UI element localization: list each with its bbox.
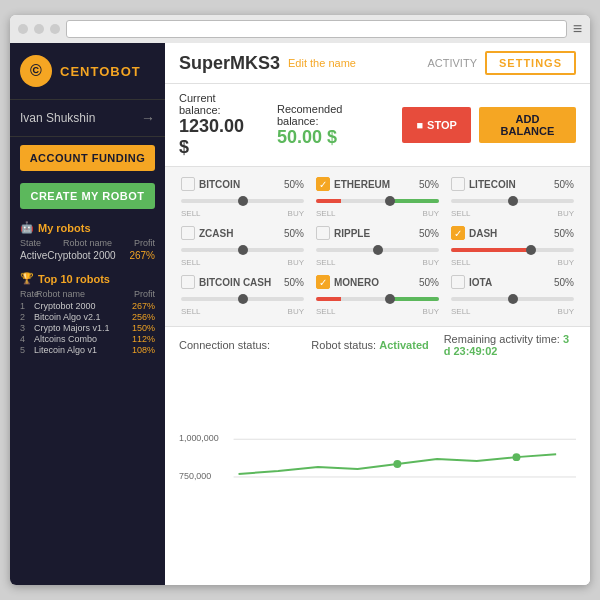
ethereum-pct: 50% bbox=[419, 179, 439, 190]
browser-bar: ≡ bbox=[10, 15, 590, 43]
iota-pct: 50% bbox=[554, 277, 574, 288]
zcash-checkbox[interactable] bbox=[181, 226, 195, 240]
add-balance-button[interactable]: ADD BALANCE bbox=[479, 107, 576, 143]
litecoin-pct: 50% bbox=[554, 179, 574, 190]
top10-header: Rate Robot name Profit bbox=[20, 289, 155, 299]
dash-slider[interactable] bbox=[451, 244, 574, 256]
ethereum-slider[interactable] bbox=[316, 195, 439, 207]
my-robots-row: Active Cryptobot 2000 267% bbox=[20, 250, 155, 261]
main-content: SuperMKS3 Edit the name ACTIVITY SETTING… bbox=[165, 43, 590, 585]
top10-row: 5Litecoin Algo v1108% bbox=[20, 345, 155, 355]
ripple-slider[interactable] bbox=[316, 244, 439, 256]
crypto-cell-zcash: ZCASH 50% SELLBUY bbox=[175, 222, 310, 271]
crypto-header-bitcoin-cash: BITCOIN CASH 50% bbox=[181, 275, 304, 289]
zcash-name: ZCASH bbox=[199, 228, 280, 239]
crypto-header-litecoin: LITECOIN 50% bbox=[451, 177, 574, 191]
chart-label-750000: 750,000 bbox=[179, 471, 211, 481]
top10-row: 2Bitcoin Algo v2.1256% bbox=[20, 312, 155, 322]
litecoin-name: LITECOIN bbox=[469, 179, 550, 190]
my-robots-header: State Robot name Profit bbox=[20, 238, 155, 248]
iota-name: IOTA bbox=[469, 277, 550, 288]
logout-icon[interactable]: → bbox=[141, 110, 155, 126]
ethereum-name: ETHEREUM bbox=[334, 179, 415, 190]
svg-point-3 bbox=[512, 453, 520, 461]
crypto-cell-dash: ✓ DASH 50% SELLBUY bbox=[445, 222, 580, 271]
top10-row: 3Crypto Majors v1.1150% bbox=[20, 323, 155, 333]
ethereum-checkbox[interactable]: ✓ bbox=[316, 177, 330, 191]
browser-dot-3 bbox=[50, 24, 60, 34]
dash-checkbox[interactable]: ✓ bbox=[451, 226, 465, 240]
top10-row: 4Altcoins Combo112% bbox=[20, 334, 155, 344]
zcash-pct: 50% bbox=[284, 228, 304, 239]
top10-table: Rate Robot name Profit 1Cryptobot 200026… bbox=[10, 287, 165, 358]
logo-text: CENTOBOT bbox=[60, 64, 141, 79]
monero-pct: 50% bbox=[419, 277, 439, 288]
crypto-cell-ripple: RIPPLE 50% SELLBUY bbox=[310, 222, 445, 271]
ripple-name: RIPPLE bbox=[334, 228, 415, 239]
browser-dot-2 bbox=[34, 24, 44, 34]
recommended-balance-block: Recomended balance: 50.00 $ bbox=[277, 103, 383, 148]
iota-slider[interactable] bbox=[451, 293, 574, 305]
monero-slider[interactable] bbox=[316, 293, 439, 305]
sidebar: © CENTOBOT Ivan Shukshin → ACCOUNT FUNDI… bbox=[10, 43, 165, 585]
account-funding-button[interactable]: ACCOUNT FUNDING bbox=[20, 145, 155, 171]
dash-pct: 50% bbox=[554, 228, 574, 239]
bitcoin-cash-slider[interactable] bbox=[181, 293, 304, 305]
crypto-header-iota: IOTA 50% bbox=[451, 275, 574, 289]
monero-checkbox[interactable]: ✓ bbox=[316, 275, 330, 289]
stop-button[interactable]: ■ STOP bbox=[402, 107, 470, 143]
crypto-header-ripple: RIPPLE 50% bbox=[316, 226, 439, 240]
activity-link[interactable]: ACTIVITY bbox=[427, 57, 477, 69]
bitcoin-name: BITCOIN bbox=[199, 179, 280, 190]
my-robots-table: State Robot name Profit Active Cryptobot… bbox=[10, 236, 165, 264]
chart-label-1000000: 1,000,000 bbox=[179, 433, 219, 443]
top10-section: 🏆 Top 10 robots bbox=[10, 264, 165, 287]
crypto-header-monero: ✓ MONERO 50% bbox=[316, 275, 439, 289]
bitcoin-cash-checkbox[interactable] bbox=[181, 275, 195, 289]
chart-svg: 1,000,000 750,000 bbox=[179, 369, 576, 579]
ripple-pct: 50% bbox=[419, 228, 439, 239]
browser-menu-icon[interactable]: ≡ bbox=[573, 20, 582, 38]
crypto-header-zcash: ZCASH 50% bbox=[181, 226, 304, 240]
litecoin-slider[interactable] bbox=[451, 195, 574, 207]
settings-button[interactable]: SETTINGS bbox=[485, 51, 576, 75]
browser-url-bar[interactable] bbox=[66, 20, 567, 38]
crypto-grid: BITCOIN 50% SELLBUY ✓ ETHEREUM 50% bbox=[165, 167, 590, 326]
recommended-balance-value: 50.00 $ bbox=[277, 127, 383, 148]
bitcoin-cash-pct: 50% bbox=[284, 277, 304, 288]
iota-checkbox[interactable] bbox=[451, 275, 465, 289]
app-body: © CENTOBOT Ivan Shukshin → ACCOUNT FUNDI… bbox=[10, 43, 590, 585]
main-header: SuperMKS3 Edit the name ACTIVITY SETTING… bbox=[165, 43, 590, 84]
my-robots-section: 🤖 My robots bbox=[10, 213, 165, 236]
crypto-header-bitcoin: BITCOIN 50% bbox=[181, 177, 304, 191]
dash-name: DASH bbox=[469, 228, 550, 239]
bitcoin-slider[interactable] bbox=[181, 195, 304, 207]
current-balance-block: Current balance: 1230.00 $ bbox=[179, 92, 257, 158]
current-balance-label: Current balance: bbox=[179, 92, 257, 116]
crypto-cell-litecoin: LITECOIN 50% SELLBUY bbox=[445, 173, 580, 222]
sidebar-logo: © CENTOBOT bbox=[10, 43, 165, 100]
stop-icon: ■ bbox=[416, 119, 423, 131]
ripple-checkbox[interactable] bbox=[316, 226, 330, 240]
connection-status: Connection status: bbox=[179, 339, 311, 351]
recommended-balance-label: Recomended balance: bbox=[277, 103, 383, 127]
crypto-cell-monero: ✓ MONERO 50% SELLBUY bbox=[310, 271, 445, 320]
edit-name-link[interactable]: Edit the name bbox=[288, 57, 356, 69]
crypto-header-ethereum: ✓ ETHEREUM 50% bbox=[316, 177, 439, 191]
current-balance-value: 1230.00 $ bbox=[179, 116, 257, 158]
bitcoin-cash-name: BITCOIN CASH bbox=[199, 277, 280, 288]
create-robot-button[interactable]: CREATE MY ROBOT bbox=[20, 183, 155, 209]
litecoin-checkbox[interactable] bbox=[451, 177, 465, 191]
balance-row: Current balance: 1230.00 $ Recomended ba… bbox=[165, 84, 590, 167]
browser-dot-1 bbox=[18, 24, 28, 34]
bitcoin-pct: 50% bbox=[284, 179, 304, 190]
crypto-header-dash: ✓ DASH 50% bbox=[451, 226, 574, 240]
page-title-row: SuperMKS3 Edit the name bbox=[179, 53, 356, 74]
status-bar: Connection status: Robot status: Activat… bbox=[165, 326, 590, 363]
zcash-slider[interactable] bbox=[181, 244, 304, 256]
crypto-cell-ethereum: ✓ ETHEREUM 50% SELLBUY bbox=[310, 173, 445, 222]
user-row: Ivan Shukshin → bbox=[10, 100, 165, 137]
top10-row: 1Cryptobot 2000267% bbox=[20, 301, 155, 311]
remaining-time: Remaining activity time: 3 d 23:49:02 bbox=[444, 333, 576, 357]
bitcoin-checkbox[interactable] bbox=[181, 177, 195, 191]
